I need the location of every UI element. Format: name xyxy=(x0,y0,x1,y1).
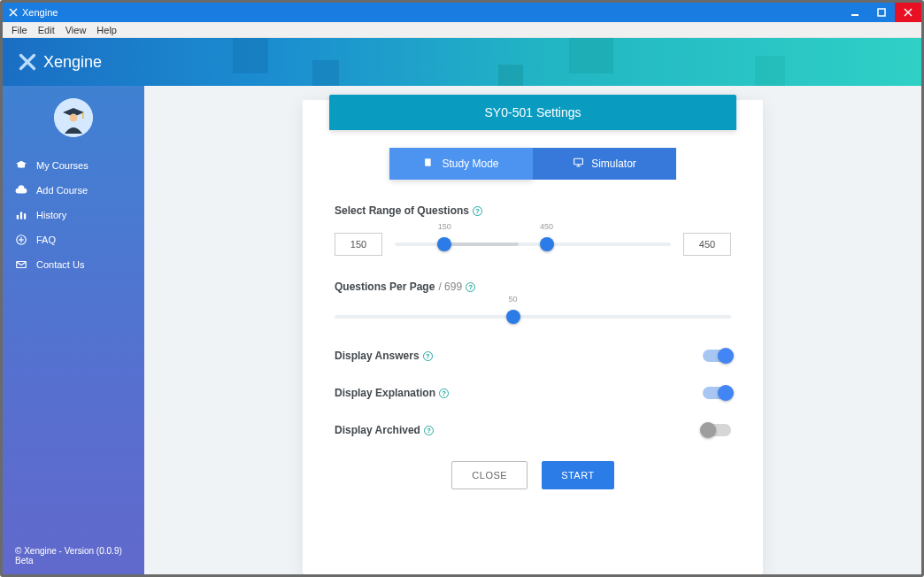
menu-help[interactable]: Help xyxy=(91,25,122,35)
mode-tabs: Study Mode Simulator xyxy=(303,148,763,180)
sidebar-item-contact[interactable]: Contact Us xyxy=(3,252,144,277)
menu-file[interactable]: File xyxy=(6,25,33,35)
svg-rect-1 xyxy=(878,9,885,16)
help-icon[interactable]: ? xyxy=(473,206,482,216)
sidebar: My Courses Add Course History FAQ Contac… xyxy=(3,86,144,574)
sidebar-item-label: FAQ xyxy=(36,235,56,245)
help-icon[interactable]: ? xyxy=(424,426,434,435)
app-header: Xengine xyxy=(3,38,921,86)
copyright-text: © Xengine - Version (0.0.9) Beta xyxy=(3,537,144,574)
envelope-icon xyxy=(15,258,27,271)
sidebar-item-label: History xyxy=(36,210,66,220)
svg-rect-5 xyxy=(82,112,84,119)
menu-bar: File Edit View Help xyxy=(3,22,921,38)
window-title-bar: Xengine xyxy=(3,3,921,22)
range-max-input[interactable] xyxy=(683,233,731,256)
app-logo-icon xyxy=(8,7,19,18)
window-title: Xengine xyxy=(22,7,58,18)
brand-logo-icon xyxy=(19,53,36,71)
maximize-button[interactable] xyxy=(868,3,895,22)
sidebar-item-label: Contact Us xyxy=(36,259,84,270)
svg-point-6 xyxy=(70,114,78,122)
menu-view[interactable]: View xyxy=(60,25,92,35)
svg-rect-8 xyxy=(20,212,22,219)
tab-study-mode[interactable]: Study Mode xyxy=(389,148,533,180)
range-label: Select Range of Questions xyxy=(335,204,469,217)
plus-circle-icon xyxy=(15,234,27,246)
toggle-archived[interactable] xyxy=(703,424,731,436)
tab-simulator[interactable]: Simulator xyxy=(533,148,676,180)
svg-rect-7 xyxy=(17,215,19,219)
brand-name: Xengine xyxy=(43,53,102,72)
help-icon[interactable]: ? xyxy=(466,282,475,292)
toggle-explanation-label: Display Explanation xyxy=(335,387,435,399)
range-slider[interactable]: 150 450 xyxy=(395,236,671,252)
help-icon[interactable]: ? xyxy=(439,389,449,398)
sidebar-item-label: Add Course xyxy=(36,185,88,196)
menu-edit[interactable]: Edit xyxy=(33,25,60,35)
sidebar-item-faq[interactable]: FAQ xyxy=(3,227,144,252)
range-min-input[interactable] xyxy=(335,233,382,256)
chart-icon xyxy=(15,209,27,221)
book-icon xyxy=(423,157,435,171)
per-page-slider[interactable]: 50 xyxy=(335,309,731,325)
minimize-button[interactable] xyxy=(842,3,868,22)
svg-rect-14 xyxy=(574,158,583,165)
toggle-archived-label: Display Archived xyxy=(335,424,420,436)
range-handle-min[interactable] xyxy=(437,237,451,251)
avatar[interactable] xyxy=(54,98,93,137)
toggle-answers-label: Display Answers xyxy=(335,350,420,362)
start-button[interactable]: START xyxy=(542,461,614,489)
toggle-answers[interactable] xyxy=(703,350,731,362)
help-icon[interactable]: ? xyxy=(423,351,433,361)
settings-title: SY0-501 Settings xyxy=(329,95,736,130)
range-handle-max[interactable] xyxy=(540,237,554,251)
per-page-total: / 699 xyxy=(438,281,462,293)
settings-card: SY0-501 Settings Study Mode Simulator Se… xyxy=(303,100,763,574)
close-window-button[interactable] xyxy=(895,3,921,22)
sidebar-item-history[interactable]: History xyxy=(3,203,144,227)
sidebar-item-my-courses[interactable]: My Courses xyxy=(3,153,144,178)
sidebar-item-label: My Courses xyxy=(36,160,89,171)
per-page-label: Questions Per Page xyxy=(335,281,435,293)
per-page-handle[interactable] xyxy=(506,310,520,324)
cloud-icon xyxy=(15,184,27,196)
close-button[interactable]: CLOSE xyxy=(451,461,527,489)
toggle-explanation[interactable] xyxy=(703,387,731,399)
monitor-icon xyxy=(573,157,584,171)
sidebar-item-add-course[interactable]: Add Course xyxy=(3,178,144,203)
svg-rect-9 xyxy=(24,213,26,219)
graduation-cap-icon xyxy=(15,159,27,172)
